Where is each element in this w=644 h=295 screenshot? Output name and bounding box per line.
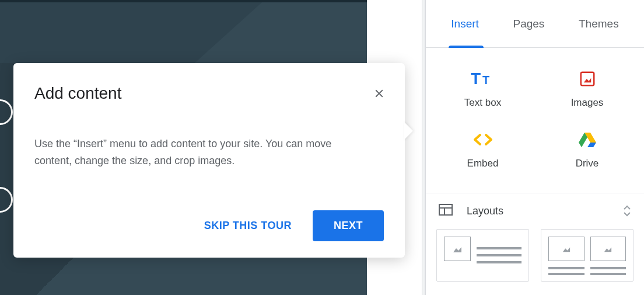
layout-lines [477,237,522,274]
layout-thumb-icon [444,237,471,261]
svg-marker-5 [587,143,596,147]
tour-title: Add content [34,84,384,103]
close-icon [373,87,386,100]
layouts-icon [439,204,453,218]
tour-arrow [404,122,413,140]
tab-themes[interactable]: Themes [576,1,621,47]
svg-marker-3 [583,78,591,83]
layout-thumb-icon [548,237,584,261]
svg-marker-10 [453,247,461,252]
insert-grid: TT Text box Images Embed Drive [426,48,644,193]
insert-label: Drive [576,158,599,169]
tour-body: Use the “Insert” menu to add content to … [34,136,361,169]
tour-actions: SKIP THIS TOUR NEXT [197,210,384,241]
panel-tabs: Insert Pages Themes [426,0,644,48]
layout-option-2[interactable] [541,229,634,282]
svg-marker-12 [604,247,611,252]
insert-label: Embed [467,158,499,169]
site-header-area [0,0,367,63]
text-box-icon: TT [471,69,495,89]
layout-thumb-icon [590,237,626,261]
placeholder-icon [0,187,13,213]
svg-rect-2 [580,72,594,86]
insert-label: Text box [464,97,501,109]
tour-popup: Add content Use the “Insert” menu to add… [13,63,405,258]
svg-marker-11 [563,247,570,252]
drive-icon [578,130,597,150]
layouts-label: Layouts [467,205,503,217]
insert-text-box[interactable]: TT Text box [430,58,535,119]
insert-images[interactable]: Images [535,58,639,119]
svg-text:T: T [471,70,481,88]
tab-insert[interactable]: Insert [449,1,481,47]
insert-drive[interactable]: Drive [535,119,639,180]
images-icon [579,69,596,89]
layouts-section-header: Layouts [426,193,644,229]
placeholder-icon [0,99,13,125]
close-button[interactable] [370,84,388,103]
side-panel: Insert Pages Themes TT Text box Images E… [425,0,644,295]
next-button[interactable]: NEXT [313,210,384,241]
layout-option-1[interactable] [436,229,529,282]
tab-pages[interactable]: Pages [510,1,547,47]
insert-label: Images [571,97,604,109]
layouts-row [426,229,644,282]
skip-tour-button[interactable]: SKIP THIS TOUR [197,211,299,240]
svg-text:T: T [482,74,489,86]
collapse-icon[interactable] [623,205,631,218]
svg-rect-7 [439,204,452,215]
embed-icon [473,130,494,150]
insert-embed[interactable]: Embed [430,119,535,180]
